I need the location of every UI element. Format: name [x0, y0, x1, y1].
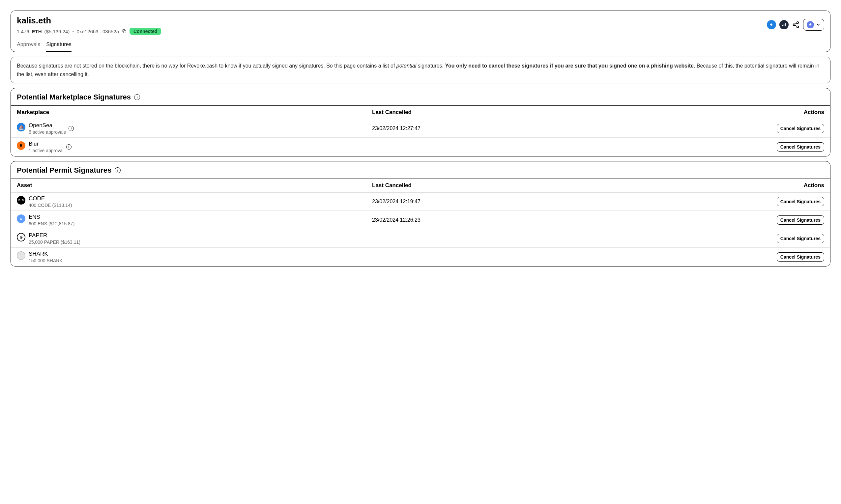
- info-icon[interactable]: i: [115, 167, 121, 173]
- info-icon[interactable]: i: [66, 144, 72, 149]
- permit-section-header: Potential Permit Signatures i: [11, 161, 830, 179]
- marketplace-sub: 1 active approval: [29, 148, 64, 153]
- col-last-cancelled: Last Cancelled: [372, 182, 778, 189]
- asset-sub: 600 ENS ($12,815.87): [29, 221, 74, 226]
- asset-name: PAPER: [29, 232, 80, 239]
- table-row: B Blur 1 active approval i Cancel Signat…: [11, 138, 830, 156]
- ethereum-icon: [807, 21, 814, 28]
- cancel-signatures-button[interactable]: Cancel Signatures: [777, 197, 824, 206]
- balance-fiat: ($5,139.24): [44, 29, 70, 34]
- blur-icon: B: [17, 141, 25, 150]
- header-right-actions: [767, 16, 824, 31]
- svg-point-4: [797, 22, 799, 24]
- explorer-link-icon[interactable]: [780, 20, 789, 29]
- cancel-signatures-button[interactable]: Cancel Signatures: [777, 124, 824, 133]
- marketplace-name: OpenSea: [29, 122, 66, 129]
- svg-rect-0: [124, 31, 126, 33]
- marketplace-name: Blur: [29, 141, 64, 147]
- info-banner: Because signatures are not stored on the…: [11, 57, 830, 83]
- marketplace-signatures-card: Potential Marketplace Signatures i Marke…: [11, 88, 830, 157]
- info-text-2: signatures.: [416, 63, 445, 69]
- info-icon[interactable]: i: [134, 94, 140, 100]
- permit-title: Potential Permit Signatures: [17, 166, 111, 175]
- last-cancelled: 23/02/2024 12:27:47: [372, 126, 771, 131]
- marketplace-cell: ⛵ OpenSea 5 active approvals i: [17, 122, 372, 135]
- tab-approvals[interactable]: Approvals: [17, 39, 40, 52]
- ens-token-icon: ◇: [17, 214, 25, 223]
- col-actions: Actions: [778, 109, 824, 115]
- account-header: kalis.eth 1.476 ETH ($5,139.24) • 0xe126…: [11, 11, 830, 52]
- table-row: ⛵ OpenSea 5 active approvals i 23/02/202…: [11, 119, 830, 138]
- paper-token-icon: ◎: [17, 233, 25, 241]
- svg-point-6: [797, 26, 799, 28]
- marketplace-sub: 5 active approvals: [29, 129, 66, 135]
- ens-name: kalis.eth: [17, 16, 767, 26]
- tab-signatures[interactable]: Signatures: [46, 39, 72, 52]
- info-text-1: Because signatures are not stored on the…: [17, 63, 396, 69]
- col-actions: Actions: [778, 182, 824, 189]
- col-asset: Asset: [17, 182, 372, 189]
- info-icon[interactable]: i: [69, 126, 74, 131]
- asset-name: ENS: [29, 214, 74, 220]
- opensea-icon: ⛵: [17, 123, 25, 131]
- marketplace-cell: B Blur 1 active approval i: [17, 141, 372, 153]
- last-cancelled: 23/02/2024 12:19:47: [372, 199, 771, 204]
- table-row: ◇ ENS 600 ENS ($12,815.87) 23/02/2024 12…: [11, 211, 830, 229]
- asset-name: SHARK: [29, 251, 62, 257]
- tabs: Approvals Signatures: [17, 39, 824, 52]
- table-row: ◎ PAPER 25,000 PAPER ($163.11) Cancel Si…: [11, 229, 830, 248]
- last-cancelled: 23/02/2024 12:26:23: [372, 217, 771, 223]
- marketplace-table: Marketplace Last Cancelled Actions ⛵ Ope…: [11, 105, 830, 156]
- asset-name: CODE: [29, 195, 72, 202]
- asset-cell: D_D CODE 400 CODE ($113.14): [17, 195, 372, 208]
- code-token-icon: D_D: [17, 196, 25, 204]
- col-last-cancelled: Last Cancelled: [372, 109, 778, 115]
- info-text-em: potential: [396, 63, 416, 69]
- asset-cell: ◇ ENS 600 ENS ($12,815.87): [17, 214, 372, 226]
- address-short: 0xe126b3...03652a: [77, 29, 119, 34]
- header-left: kalis.eth 1.476 ETH ($5,139.24) • 0xe126…: [17, 16, 767, 38]
- col-marketplace: Marketplace: [17, 109, 372, 115]
- cancel-signatures-button[interactable]: Cancel Signatures: [777, 142, 824, 151]
- info-text-bold: You only need to cancel these signatures…: [445, 63, 694, 69]
- cancel-signatures-button[interactable]: Cancel Signatures: [777, 252, 824, 262]
- shark-token-icon: [17, 251, 25, 260]
- asset-sub: 150,000 SHARK: [29, 258, 62, 263]
- asset-cell: ◎ PAPER 25,000 PAPER ($163.11): [17, 232, 372, 245]
- balance-symbol: ETH: [32, 29, 42, 34]
- cancel-signatures-button[interactable]: Cancel Signatures: [777, 215, 824, 224]
- asset-sub: 400 CODE ($113.14): [29, 203, 72, 208]
- svg-rect-3: [785, 23, 786, 26]
- chevron-down-icon: [816, 22, 821, 27]
- copy-address-icon[interactable]: [122, 29, 127, 34]
- marketplace-section-header: Potential Marketplace Signatures i: [11, 88, 830, 105]
- table-row: D_D CODE 400 CODE ($113.14) 23/02/2024 1…: [11, 192, 830, 211]
- svg-line-8: [795, 25, 797, 26]
- opensea-link-icon[interactable]: [767, 20, 776, 29]
- svg-rect-2: [784, 24, 784, 26]
- table-row: SHARK 150,000 SHARK Cancel Signatures: [11, 248, 830, 266]
- permit-table-head: Asset Last Cancelled Actions: [11, 179, 830, 192]
- header-top-row: kalis.eth 1.476 ETH ($5,139.24) • 0xe126…: [17, 16, 824, 38]
- asset-cell: SHARK 150,000 SHARK: [17, 251, 372, 263]
- marketplace-title: Potential Marketplace Signatures: [17, 93, 131, 102]
- account-meta-row: 1.476 ETH ($5,139.24) • 0xe126b3...03652…: [17, 28, 767, 35]
- cancel-signatures-button[interactable]: Cancel Signatures: [777, 234, 824, 243]
- permit-table: Asset Last Cancelled Actions D_D CODE 40…: [11, 179, 830, 266]
- share-icon[interactable]: [792, 21, 800, 29]
- status-badge: Connected: [129, 28, 161, 35]
- balance-amount: 1.476: [17, 29, 29, 34]
- svg-point-5: [793, 24, 795, 26]
- asset-sub: 25,000 PAPER ($163.11): [29, 239, 80, 245]
- marketplace-table-head: Marketplace Last Cancelled Actions: [11, 105, 830, 119]
- meta-separator: •: [72, 29, 74, 34]
- svg-line-7: [795, 23, 797, 24]
- chain-selector[interactable]: [803, 19, 824, 31]
- svg-rect-1: [782, 25, 783, 26]
- permit-signatures-card: Potential Permit Signatures i Asset Last…: [11, 161, 830, 267]
